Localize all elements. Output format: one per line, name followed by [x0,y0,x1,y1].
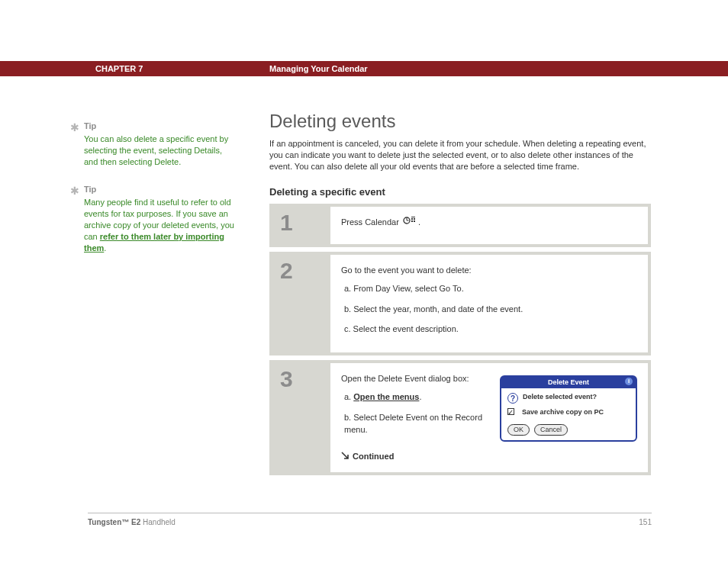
substep-a: a. From Day View, select Go To. [344,282,637,295]
step-text-post: . [418,217,420,227]
open-menus-link[interactable]: Open the menus [353,392,419,401]
svg-rect-3 [411,218,413,220]
substep-suffix: . [419,392,421,401]
step-lead: Open the Delete Event dialog box: [341,372,489,385]
tip-1: ✱ Tip You can also delete a specific eve… [84,121,237,167]
step-1: 1 Press Calendar [269,204,651,247]
step-number: 3 [269,360,330,475]
page-footer: Tungsten™ E2 Handheld 151 [88,513,652,526]
chapter-number: CHAPTER 7 [95,61,267,76]
step-body: Go to the event you want to delete: a. F… [330,255,648,352]
svg-rect-7 [411,217,415,217]
step-3: 3 Open the Delete Event dialog box: a. O… [269,360,651,475]
substep-a: a. Open the menus. [344,391,489,404]
page-number: 151 [639,518,652,526]
arrow-down-right-icon [341,451,350,464]
archive-label: Save archive copy on PC [522,408,604,417]
step-number: 2 [269,252,330,355]
continued-marker: Continued [341,450,489,463]
chapter-title: Managing Your Calendar [269,61,368,76]
cancel-button: Cancel [534,424,568,436]
step-2: 2 Go to the event you want to delete: a.… [269,252,651,355]
dialog-titlebar: Delete Event i [501,377,636,389]
tip-label: Tip [84,184,237,195]
step-body: Open the Delete Event dialog box: a. Ope… [330,363,648,472]
step-text-pre: Press Calendar [341,217,401,227]
section-title: Deleting a specific event [269,186,651,198]
substep-b: b. Select the year, month, and date of t… [344,303,637,316]
ok-button: OK [507,424,530,436]
main-content: Deleting events If an appointment is can… [269,111,651,480]
substep-c: c. Select the event description. [344,323,637,336]
product-bold: Tungsten™ E2 [88,518,140,526]
delete-event-dialog: Delete Event i ? Delete selected event? [500,375,637,442]
asterisk-icon: ✱ [70,121,79,135]
asterisk-icon: ✱ [70,184,79,198]
chapter-header: CHAPTER 7 Managing Your Calendar [0,61,728,76]
dialog-question: Delete selected event? [523,393,597,401]
question-icon: ? [507,393,518,404]
substep-b: b. Select Delete Event on the Record men… [344,411,489,436]
page-title: Deleting events [269,111,651,132]
step-number: 1 [269,204,330,247]
svg-rect-5 [411,220,413,222]
substep-prefix: a. [344,392,353,401]
tip-body: You can also delete a specific event by … [84,134,237,168]
calendar-icon [403,216,417,229]
tip-2: ✱ Tip Many people find it useful to refe… [84,184,237,253]
archive-checkbox [507,408,514,415]
dialog-title-text: Delete Event [548,378,589,386]
tip-label: Tip [84,121,237,132]
svg-rect-4 [414,218,415,220]
continued-label: Continued [353,452,394,461]
step-lead: Go to the event you want to delete: [341,264,637,277]
product-name: Tungsten™ E2 Handheld [88,518,176,526]
dialog-screenshot: Delete Event i ? Delete selected event? [500,372,637,463]
tip-text-post: . [104,243,106,253]
product-rest: Handheld [140,518,176,526]
steps-list: 1 Press Calendar [269,204,651,476]
intro-paragraph: If an appointment is canceled, you can d… [269,138,651,172]
info-icon: i [625,378,633,385]
tips-sidebar: ✱ Tip You can also delete a specific eve… [84,121,237,270]
svg-rect-6 [414,220,415,222]
step-body: Press Calendar . [330,207,648,244]
tip-body: Many people find it useful to refer to o… [84,197,237,253]
